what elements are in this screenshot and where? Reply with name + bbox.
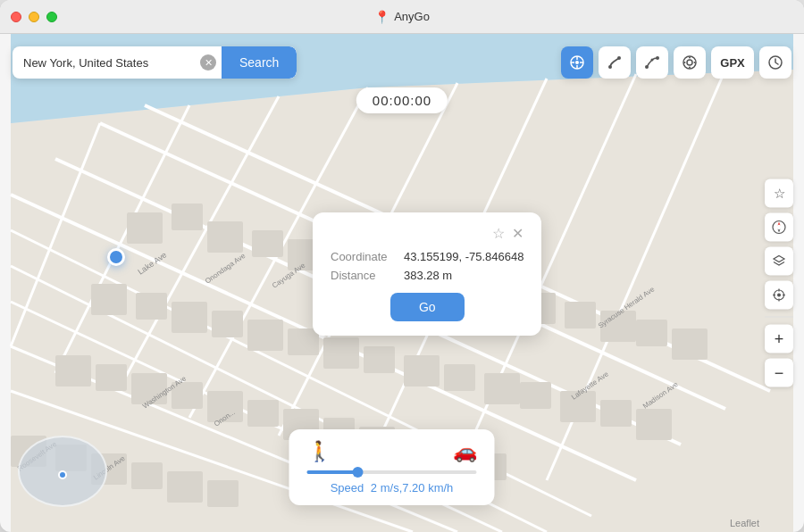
- svg-rect-39: [247, 320, 283, 351]
- speed-slider-fill: [307, 470, 358, 474]
- locate-tool-button[interactable]: [765, 281, 793, 310]
- svg-rect-48: [600, 400, 632, 427]
- svg-rect-41: [323, 337, 359, 369]
- distance-row: Distance 383.28 m: [331, 269, 523, 282]
- svg-rect-22: [207, 221, 243, 253]
- toolbar: ✕ Search: [13, 46, 791, 79]
- speed-slider-thumb[interactable]: [353, 467, 364, 478]
- svg-rect-43: [404, 355, 440, 387]
- svg-rect-35: [91, 284, 127, 315]
- speed-icons-row: 🚶 🚗: [307, 440, 477, 463]
- speed-slider-track[interactable]: [307, 470, 477, 474]
- svg-point-88: [617, 56, 621, 60]
- map-container[interactable]: Lake Ave Onondaga Ave Cayuga Ave Oswego …: [0, 34, 804, 532]
- compass-tool-button[interactable]: [765, 213, 793, 242]
- svg-point-89: [645, 65, 649, 69]
- svg-point-101: [777, 294, 781, 297]
- svg-rect-21: [172, 204, 203, 230]
- svg-point-91: [656, 56, 659, 60]
- svg-point-90: [651, 59, 654, 62]
- title-bar: 📍 AnyGo: [0, 0, 804, 34]
- leaflet-label: Leaflet: [730, 518, 759, 528]
- svg-rect-36: [136, 293, 167, 320]
- crosshair-tool-button[interactable]: [561, 46, 593, 79]
- close-button[interactable]: [11, 12, 21, 22]
- svg-rect-40: [288, 328, 319, 355]
- minimize-button[interactable]: [29, 12, 39, 22]
- app-window: 📍 AnyGo: [0, 0, 804, 532]
- app-title: 📍 AnyGo: [374, 10, 430, 24]
- svg-rect-67: [207, 480, 239, 507]
- svg-rect-44: [444, 364, 475, 391]
- svg-rect-34: [672, 328, 708, 360]
- info-popup: ☆ ✕ Coordinate 43.155199, -75.846648 Dis…: [313, 212, 541, 336]
- bookmark-tool-button[interactable]: ☆: [765, 179, 793, 208]
- popup-bookmark-button[interactable]: ☆: [492, 227, 505, 241]
- zoom-out-button[interactable]: −: [765, 359, 793, 387]
- joystick-button[interactable]: [674, 46, 706, 79]
- popup-header: ☆ ✕: [331, 227, 523, 241]
- svg-point-96: [684, 62, 686, 63]
- speed-control: 🚶 🚗 Speed 2 m/s,7.20 km/h: [289, 429, 495, 505]
- svg-rect-31: [565, 302, 596, 328]
- svg-point-95: [689, 67, 691, 69]
- svg-point-97: [694, 62, 696, 63]
- svg-rect-45: [484, 373, 520, 404]
- svg-rect-50: [55, 355, 91, 387]
- zoom-divider: [765, 317, 793, 318]
- map-tools: GPX: [561, 46, 791, 79]
- svg-rect-55: [247, 400, 279, 427]
- mini-map: [18, 436, 107, 507]
- zoom-in-button[interactable]: +: [765, 325, 793, 353]
- svg-point-86: [575, 61, 579, 64]
- search-button[interactable]: Search: [222, 46, 297, 79]
- svg-rect-51: [96, 364, 127, 391]
- history-button[interactable]: [759, 46, 791, 79]
- svg-point-93: [687, 60, 692, 65]
- svg-rect-38: [212, 311, 243, 337]
- pin-icon: 📍: [374, 10, 389, 24]
- coordinate-row: Coordinate 43.155199, -75.846648: [331, 250, 523, 263]
- mini-map-dot: [58, 470, 67, 479]
- svg-point-94: [689, 57, 691, 59]
- svg-rect-66: [167, 471, 203, 503]
- popup-close-button[interactable]: ✕: [512, 227, 523, 241]
- svg-rect-49: [636, 409, 672, 440]
- right-tools: ☆: [765, 179, 793, 387]
- multi-route-button[interactable]: [636, 46, 668, 79]
- search-box[interactable]: ✕ Search: [13, 46, 297, 79]
- single-route-button[interactable]: [599, 46, 631, 79]
- go-button[interactable]: Go: [390, 293, 465, 321]
- search-clear-button[interactable]: ✕: [200, 54, 216, 71]
- svg-rect-33: [636, 320, 667, 346]
- car-icon: 🚗: [453, 440, 477, 463]
- svg-rect-20: [127, 212, 163, 244]
- speed-label: Speed 2 m/s,7.20 km/h: [307, 481, 477, 495]
- location-dot: [107, 248, 125, 266]
- svg-rect-65: [131, 462, 163, 489]
- svg-rect-37: [172, 302, 207, 333]
- search-input[interactable]: [13, 56, 200, 70]
- svg-rect-46: [520, 382, 551, 409]
- gpx-button[interactable]: GPX: [711, 46, 754, 79]
- svg-point-87: [608, 65, 612, 69]
- svg-rect-42: [364, 346, 395, 373]
- layers-tool-button[interactable]: [765, 247, 793, 276]
- walk-icon: 🚶: [307, 440, 331, 463]
- maximize-button[interactable]: [46, 12, 57, 22]
- svg-rect-23: [252, 230, 283, 257]
- timer-badge: 00:00:00: [356, 87, 448, 113]
- traffic-lights: [11, 12, 57, 22]
